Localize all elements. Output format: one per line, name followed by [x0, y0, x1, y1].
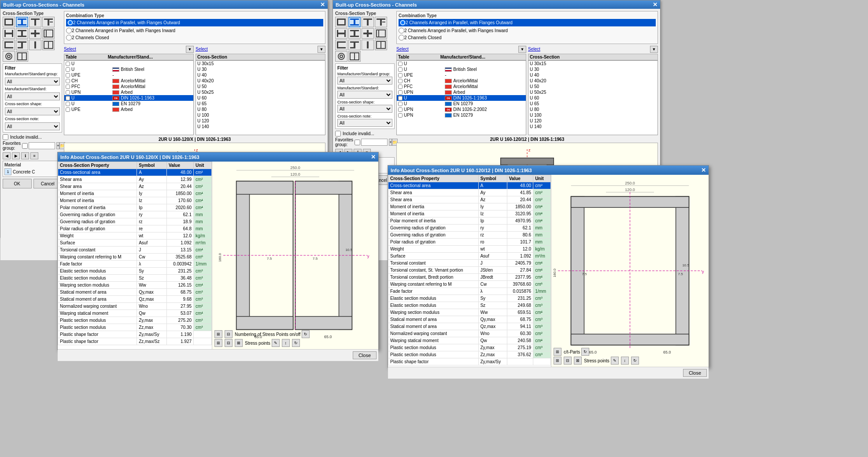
cs-r-U30[interactable]: U 30: [528, 66, 657, 72]
close-btn-left[interactable]: Close: [353, 351, 377, 359]
list-item-U-selected[interactable]: U DE DIN 1026-1:1963: [64, 95, 193, 101]
cs-btn-8[interactable]: [42, 28, 55, 39]
cs-r-U60[interactable]: U 60: [528, 95, 657, 101]
cs-btn-5[interactable]: [3, 28, 15, 39]
check-r-UPN3[interactable]: [398, 113, 403, 118]
cs-item-U30[interactable]: U 30: [196, 66, 325, 72]
cs-btn-r11[interactable]: [362, 40, 374, 50]
cs-btn-3[interactable]: [29, 17, 41, 27]
list-item-U3[interactable]: U EN 10279: [64, 101, 193, 107]
cs-btn-r1[interactable]: [335, 17, 347, 27]
cs-btn-r3[interactable]: [362, 17, 374, 27]
combo-radio-r1[interactable]: [400, 20, 406, 26]
cs-item-U60[interactable]: U 60: [196, 95, 325, 101]
list-item-PFC[interactable]: PFC ArcelorMittal: [64, 84, 193, 89]
select-label-table[interactable]: Select: [64, 47, 76, 52]
cs-btn-11[interactable]: [29, 40, 41, 50]
cs-shape-sel-r[interactable]: All: [337, 105, 392, 113]
cs-r-U40[interactable]: U 40: [528, 72, 657, 78]
table-arrow-btn[interactable]: ▼: [186, 46, 194, 53]
cs-btn-14[interactable]: [16, 51, 28, 62]
diag-btn-1-right[interactable]: ⊞: [554, 357, 561, 365]
cs-btn-r8[interactable]: [375, 28, 387, 39]
list-item-UPE2[interactable]: UPE Arbed: [64, 107, 193, 112]
combo-r-1[interactable]: 2 Channels Arranged in Parallel, with Fl…: [399, 19, 656, 26]
check-r-CH[interactable]: [398, 79, 403, 83]
cs-r-U100[interactable]: U 100: [528, 112, 657, 118]
check-r-U1[interactable]: [398, 62, 403, 66]
cs-btn-2[interactable]: [16, 17, 28, 27]
diag-btn-4-right[interactable]: ✎: [611, 357, 619, 365]
list-r-UPE[interactable]: UPE-: [397, 72, 526, 78]
cs-r-U120[interactable]: U 120: [528, 118, 657, 124]
cs-btn-1[interactable]: [3, 17, 15, 27]
diag-btn-1-left[interactable]: ⊞: [214, 339, 222, 347]
diag-btn-2-right[interactable]: ⊟: [564, 357, 572, 365]
combo-r-3[interactable]: 2 Channels Closed: [399, 35, 656, 41]
fav-add-btn-r[interactable]: +: [389, 139, 392, 146]
cs-note-sel-r[interactable]: All: [337, 119, 392, 127]
cs-btn-9[interactable]: [3, 40, 15, 50]
select-label-cs[interactable]: Select: [196, 47, 208, 52]
cs-btn-r2[interactable]: [348, 17, 361, 27]
ok-btn-left[interactable]: OK: [3, 179, 32, 188]
check-UPE2[interactable]: [66, 107, 70, 112]
cs-btn-r4[interactable]: [375, 17, 387, 27]
list-r-UPN3[interactable]: UPN EN 10279: [397, 112, 526, 118]
list-r-U3[interactable]: U EN 10279: [397, 101, 526, 107]
cs-shape-select[interactable]: All: [5, 107, 60, 115]
diag-btn-4-left[interactable]: ✎: [272, 339, 280, 347]
check-r-PFC[interactable]: [398, 85, 403, 89]
close-icon-left[interactable]: ✕: [320, 2, 325, 7]
cs-r-U50[interactable]: U 50: [528, 84, 657, 89]
check-U2[interactable]: [66, 67, 70, 72]
check-r-U-sel[interactable]: [398, 96, 403, 100]
favorites-check[interactable]: [22, 143, 28, 149]
mfg-grp-sel-r[interactable]: All: [337, 77, 392, 85]
cs-btn-4[interactable]: [42, 17, 55, 27]
diag-num-btn-left[interactable]: ⊞: [214, 330, 222, 338]
check-UPE[interactable]: [66, 73, 70, 77]
sel-lbl-table-r[interactable]: Select: [396, 47, 409, 52]
combo-item-2[interactable]: 2 Channels Arranged in Parallel, with Fl…: [66, 28, 323, 33]
list-r-PFC[interactable]: PFC ArcelorMittal: [397, 84, 526, 89]
diag-btn-3-left[interactable]: ⊠: [235, 339, 243, 347]
cs-item-U50[interactable]: U 50: [196, 84, 325, 89]
list-r-U1[interactable]: U: [397, 61, 526, 66]
ct-refresh-btn[interactable]: ↻: [581, 348, 589, 356]
check-U3[interactable]: [66, 102, 70, 106]
cs-btn-13[interactable]: [3, 51, 15, 62]
combo-item-3[interactable]: 2 Channels Closed: [66, 35, 323, 41]
ct-parts-btn[interactable]: ⊞: [554, 348, 561, 356]
fav-add-btn[interactable]: +: [56, 142, 59, 149]
cs-btn-r12[interactable]: [375, 40, 387, 50]
list-item-UPE[interactable]: UPE-: [64, 72, 193, 78]
nav-prev-btn[interactable]: ◀: [3, 152, 11, 159]
cs-r-U140[interactable]: U 140: [528, 124, 657, 129]
manufacturer-group-select[interactable]: All: [5, 77, 60, 85]
fav-check-r[interactable]: [355, 140, 360, 145]
list-item-U1[interactable]: U: [64, 61, 193, 66]
cs-btn-r10[interactable]: [348, 40, 361, 50]
mfg-sel-r[interactable]: All: [337, 91, 392, 99]
cs-btn-12[interactable]: [42, 40, 55, 50]
info-close-left[interactable]: ✕: [371, 154, 376, 160]
diag-btn-6-left[interactable]: ↻: [292, 339, 300, 347]
cs-btn-r14[interactable]: [348, 51, 361, 62]
check-PFC[interactable]: [66, 85, 70, 89]
combo-r-2[interactable]: 2 Channels Arranged in Parallel, with Fl…: [399, 28, 656, 33]
info-close-right[interactable]: ✕: [701, 167, 706, 173]
cs-arrow-btn-r[interactable]: ▼: [650, 46, 658, 53]
sel-lbl-cs-r[interactable]: Select: [528, 47, 540, 52]
fav-input-r[interactable]: [361, 139, 388, 146]
cs-item-U40[interactable]: U 40: [196, 72, 325, 78]
list-item-CH[interactable]: CH ArcelorMittal: [64, 78, 193, 84]
manufacturer-select[interactable]: All: [5, 92, 60, 100]
cs-item-U30x15[interactable]: U 30x15: [196, 61, 325, 66]
combo-item-1[interactable]: 2 Channels Arranged in Parallel, with Fl…: [66, 19, 323, 26]
diag-num-btn3-left[interactable]: ↻: [302, 330, 310, 338]
cs-btn-r9[interactable]: [335, 40, 347, 50]
list-btn[interactable]: ≡: [30, 152, 38, 159]
cs-btn-r13[interactable]: [335, 51, 347, 62]
cs-r-U40x20[interactable]: U 40x20: [528, 78, 657, 84]
